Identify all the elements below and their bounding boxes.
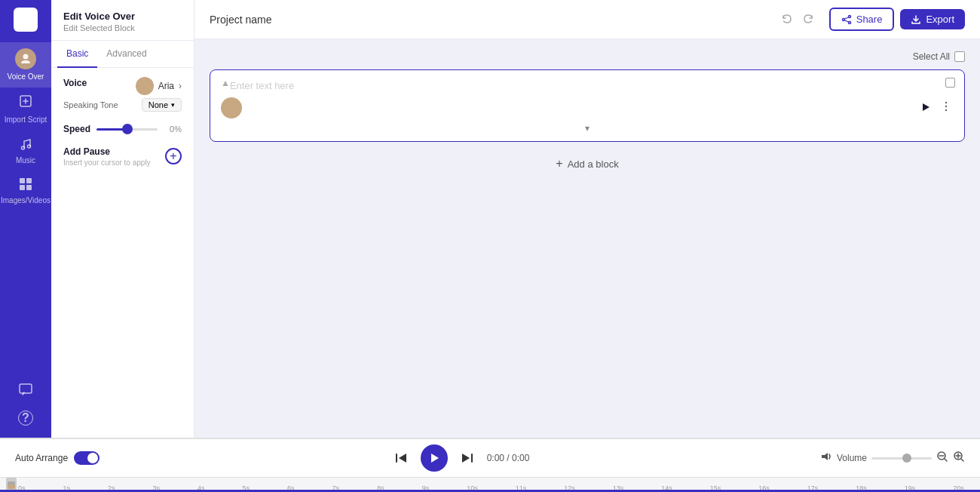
add-pause-row: Add Pause Insert your cursor to apply + (63, 146, 182, 167)
undo-redo-controls (778, 11, 817, 29)
voice-block-header: ▲ (221, 78, 954, 93)
main-area: Project name (194, 0, 980, 438)
voice-chevron-right-icon: › (179, 81, 182, 91)
bottom-nav-items: ? (0, 376, 51, 438)
add-pause-info: Add Pause Insert your cursor to apply (63, 146, 151, 167)
svg-rect-8 (20, 384, 32, 393)
sidebar-item-help[interactable]: ? (0, 404, 51, 432)
svg-point-13 (228, 102, 235, 109)
add-pause-plus-icon: + (170, 150, 176, 162)
skip-forward-button[interactable] (457, 447, 478, 469)
music-icon (18, 137, 33, 153)
sidebar-item-voice-over-label: Voice Over (8, 72, 44, 81)
auto-arrange-toggle[interactable] (74, 451, 100, 465)
speed-row: Speed 0% (63, 124, 182, 134)
sidebar-item-voice-over[interactable]: Voice Over (0, 42, 51, 88)
voice-label: Voice (63, 78, 87, 88)
tab-basic[interactable]: Basic (57, 41, 97, 68)
block-play-button[interactable] (919, 100, 933, 116)
svg-point-11 (842, 18, 844, 20)
auto-arrange-control: Auto Arrange (15, 451, 100, 465)
sidebar-item-chat[interactable] (0, 376, 51, 404)
time-display: 0:00 / 0:00 (487, 453, 530, 463)
block-more-button[interactable] (939, 99, 954, 117)
volume-label: Volume (837, 453, 867, 463)
toggle-knob (87, 453, 98, 463)
sidebar-item-music[interactable]: Music (0, 131, 51, 171)
sidebar-item-images-videos[interactable]: Images/Videos (0, 171, 51, 211)
speaking-tone-chevron-icon: ▾ (171, 101, 175, 109)
export-button[interactable]: Export (900, 9, 965, 29)
sidebar-item-images-videos-label: Images/Videos (1, 196, 51, 205)
chat-icon (18, 382, 33, 398)
undo-button[interactable] (778, 11, 796, 29)
sidebar-item-music-label: Music (16, 156, 35, 165)
redo-button[interactable] (799, 11, 817, 29)
zoom-in-button[interactable] (953, 450, 965, 466)
timeline: 0s 1s 2s 3s 4s 5s 6s 7s 8s 9s 10s 11s 12… (0, 477, 980, 492)
voice-block: ▲ (210, 69, 965, 142)
help-icon: ? (18, 411, 33, 426)
speed-slider[interactable] (96, 128, 158, 131)
nav-items: Voice Over Import Script (0, 39, 51, 376)
edit-panel-subtitle: Edit Selected Block (63, 23, 182, 32)
header-right: Share Export (778, 8, 965, 31)
main-header: Project name (194, 0, 980, 39)
add-block-row[interactable]: + Add a block (210, 149, 965, 178)
transport-bar: Auto Arrange (0, 438, 980, 477)
speed-section: Speed 0% (63, 124, 182, 134)
svg-marker-20 (431, 454, 439, 463)
svg-point-2 (22, 146, 25, 149)
panel-tabs: Basic Advanced (51, 41, 194, 68)
block-actions (919, 99, 954, 117)
speaking-tone-value: None (149, 100, 168, 109)
voice-over-avatar (15, 48, 36, 69)
zoom-out-button[interactable] (936, 450, 948, 466)
speaking-tone-select[interactable]: None ▾ (142, 98, 182, 112)
sidebar-item-import-script[interactable]: Import Script (0, 88, 51, 131)
svg-point-9 (142, 81, 148, 87)
svg-point-12 (848, 21, 850, 23)
main-play-button[interactable] (421, 444, 448, 472)
svg-rect-4 (20, 178, 25, 183)
voice-avatar (136, 77, 154, 95)
block-collapse-up-icon[interactable]: ▲ (221, 78, 230, 88)
add-block-plus-icon: + (556, 157, 562, 171)
logo-icon (14, 8, 38, 32)
add-block-label: Add a block (568, 158, 619, 170)
share-button-label: Share (856, 14, 883, 25)
block-text-input[interactable] (230, 78, 954, 93)
speed-label: Speed (63, 124, 90, 134)
block-avatar (221, 97, 242, 118)
add-pause-button[interactable]: + (165, 148, 182, 165)
volume-area: Volume (820, 450, 965, 466)
svg-point-17 (945, 109, 947, 111)
panel-content: Voice Aria › (51, 68, 194, 438)
voice-section: Voice Aria › (63, 77, 182, 112)
bottom-bar: Auto Arrange (0, 438, 980, 492)
edit-panel: Edit Voice Over Edit Selected Block Basi… (51, 0, 194, 438)
svg-rect-21 (471, 454, 473, 463)
add-pause-section: Add Pause Insert your cursor to apply + (63, 146, 182, 167)
svg-point-15 (945, 102, 947, 103)
select-all-checkbox[interactable] (954, 51, 965, 62)
svg-rect-7 (26, 185, 32, 190)
icon-sidebar: Voice Over Import Script (0, 0, 51, 438)
voice-info[interactable]: Aria › (136, 77, 182, 95)
auto-arrange-label: Auto Arrange (15, 453, 68, 463)
add-pause-desc: Insert your cursor to apply (63, 158, 151, 167)
svg-point-10 (848, 15, 850, 17)
tab-advanced[interactable]: Advanced (97, 41, 155, 68)
speed-slider-container (96, 128, 158, 131)
select-all-row: Select All (210, 51, 965, 62)
skip-back-button[interactable] (390, 447, 412, 469)
volume-slider[interactable] (871, 457, 932, 460)
volume-icon (820, 450, 832, 466)
svg-marker-22 (462, 454, 470, 463)
block-expand-down-icon[interactable]: ▾ (221, 123, 954, 134)
block-checkbox[interactable] (945, 78, 955, 88)
voice-row: Voice Aria › (63, 77, 182, 95)
edit-panel-title: Edit Voice Over (63, 11, 182, 22)
share-button[interactable]: Share (829, 8, 895, 31)
svg-point-0 (23, 54, 29, 60)
